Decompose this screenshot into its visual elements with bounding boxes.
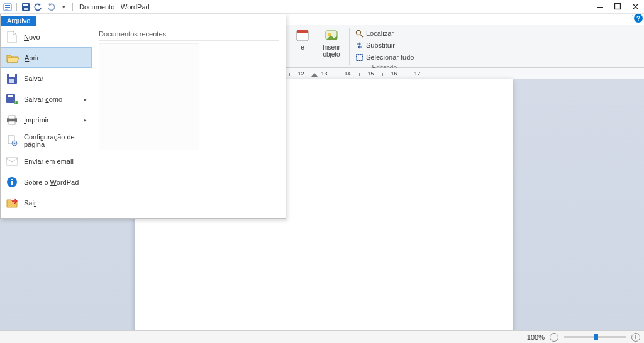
file-menu-about[interactable]: Sobre o WordPad xyxy=(1,172,92,192)
window-title: Documento - WordPad xyxy=(79,3,150,11)
minimize-button[interactable] xyxy=(591,0,609,14)
indent-marker[interactable] xyxy=(311,73,318,77)
pagesetup-icon xyxy=(6,134,18,147)
svg-point-13 xyxy=(356,30,360,35)
svg-rect-5 xyxy=(23,4,28,6)
file-menu-list: Novo Abrir Salvar Salvar como ▸ Im xyxy=(1,26,92,218)
exit-icon xyxy=(6,197,18,209)
file-tab[interactable]: Arquivo xyxy=(1,16,36,26)
file-menu-save[interactable]: Salvar xyxy=(1,68,92,89)
info-icon xyxy=(6,176,18,188)
file-menu-new[interactable]: Novo xyxy=(1,26,92,47)
svg-point-25 xyxy=(14,142,16,144)
help-icon[interactable]: ? xyxy=(634,14,643,23)
file-menu-sendemail[interactable]: Enviar em email xyxy=(1,151,92,172)
svg-rect-1 xyxy=(5,5,10,6)
redo-icon[interactable] xyxy=(46,2,56,12)
svg-rect-7 xyxy=(597,7,603,8)
svg-rect-26 xyxy=(6,158,18,165)
open-icon xyxy=(6,52,19,64)
app-icon xyxy=(3,2,13,12)
svg-rect-28 xyxy=(11,181,13,185)
zoom-in-button[interactable]: + xyxy=(631,333,640,342)
replace-button[interactable]: Substituir xyxy=(355,40,414,51)
svg-rect-21 xyxy=(9,116,15,119)
maximize-button[interactable] xyxy=(609,0,626,14)
close-button[interactable] xyxy=(626,0,644,14)
status-bar: 100% − + xyxy=(0,330,644,343)
file-menu-open[interactable]: Abrir xyxy=(1,47,92,68)
insert-datetime-button[interactable]: e xyxy=(290,28,315,51)
select-all-button[interactable]: Selecionar tudo xyxy=(355,52,414,63)
saveas-icon xyxy=(6,93,18,106)
ribbon-collapse-icon[interactable]: ˇ xyxy=(631,15,633,22)
svg-rect-2 xyxy=(5,7,10,8)
submenu-arrow-icon: ▸ xyxy=(84,96,87,102)
file-menu-saveas[interactable]: Salvar como ▸ xyxy=(1,89,92,109)
svg-rect-29 xyxy=(11,179,13,180)
svg-rect-16 xyxy=(9,74,15,77)
svg-rect-14 xyxy=(356,54,362,60)
save-file-icon xyxy=(6,72,18,85)
search-icon xyxy=(355,29,364,38)
svg-rect-19 xyxy=(8,95,13,97)
ribbon-group-editing: Localizar Substituir Selecionar tudo Edi… xyxy=(351,25,418,67)
replace-icon xyxy=(355,41,364,50)
undo-icon[interactable] xyxy=(33,2,43,12)
save-icon[interactable] xyxy=(21,2,31,12)
insert-object-button[interactable]: Inserir objeto xyxy=(319,28,344,58)
file-menu-exit[interactable]: Sair xyxy=(1,192,92,213)
svg-rect-8 xyxy=(614,4,620,9)
select-all-icon xyxy=(355,53,364,62)
ribbon-group-insert: e Inserir objeto xyxy=(286,25,348,67)
zoom-slider[interactable] xyxy=(564,336,626,338)
recent-docs-list xyxy=(99,43,199,150)
submenu-arrow-icon: ▸ xyxy=(84,117,87,123)
svg-rect-17 xyxy=(9,79,14,83)
svg-rect-10 xyxy=(297,30,308,33)
svg-rect-22 xyxy=(9,121,15,124)
file-menu-print[interactable]: Imprimir ▸ xyxy=(1,109,92,130)
file-menu: Arquivo Novo Abrir Salvar Salvar como xyxy=(0,14,286,219)
svg-rect-6 xyxy=(24,8,28,10)
zoom-percent: 100% xyxy=(527,334,545,341)
qat-dropdown-icon[interactable]: ▾ xyxy=(58,2,69,12)
recent-docs-heading: Documentos recentes xyxy=(99,30,279,41)
zoom-out-button[interactable]: − xyxy=(550,333,558,342)
svg-rect-3 xyxy=(5,9,8,10)
file-menu-pagesetup[interactable]: Configuração de página xyxy=(1,130,92,151)
find-button[interactable]: Localizar xyxy=(355,28,414,39)
email-icon xyxy=(6,155,18,168)
print-icon xyxy=(6,114,18,126)
new-icon xyxy=(6,31,18,43)
